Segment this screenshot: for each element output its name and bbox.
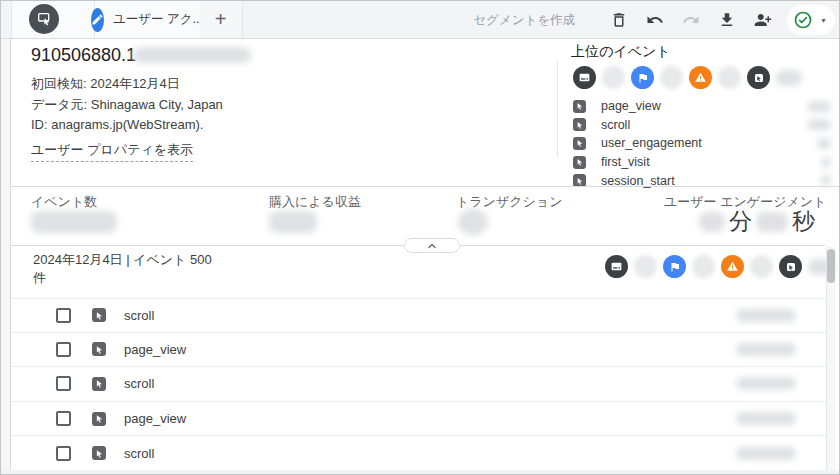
redacted-events-count — [31, 211, 117, 233]
collapsed-panel-strip — [1, 39, 11, 474]
top-events-title: 上位のイベント — [571, 43, 671, 61]
stream-id-text: ID: anagrams.jp(WebStream). — [31, 117, 203, 132]
check-circle-icon — [793, 10, 813, 30]
user-activity-window: ユーザー アク... ▼ + セグメントを作成 — [0, 0, 840, 475]
redacted-count — [807, 101, 831, 112]
event-icon — [92, 446, 106, 460]
exploration-panel-toggle[interactable] — [11, 1, 95, 38]
event-category-filters — [573, 66, 802, 89]
tab-label: ユーザー アク... — [113, 11, 203, 28]
redo-icon[interactable] — [682, 11, 700, 29]
row-checkbox[interactable] — [56, 308, 71, 323]
list-item[interactable]: scroll — [573, 116, 831, 135]
table-filter-row — [605, 255, 840, 278]
table-row[interactable]: page_view — [11, 402, 826, 437]
plus-icon: + — [215, 8, 227, 31]
data-source-text: データ元: Shinagawa City, Japan — [31, 96, 223, 114]
delete-icon[interactable] — [610, 11, 628, 29]
redacted-count — [807, 119, 831, 130]
redacted-user-id — [133, 47, 251, 63]
redacted-timestamp — [736, 309, 796, 322]
first-seen-text: 初回検知: 2024年12月4日 — [31, 75, 180, 93]
redacted-timestamp — [736, 412, 796, 425]
filter-disabled-icon[interactable] — [692, 255, 715, 278]
event-icon — [573, 100, 586, 113]
redacted-transactions — [458, 209, 488, 235]
apply-changes-button[interactable]: ▼ — [787, 5, 835, 35]
filter-interaction-icon[interactable] — [747, 66, 770, 89]
redacted-timestamp — [736, 343, 796, 356]
event-icon — [92, 377, 106, 391]
table-row[interactable]: scroll — [11, 298, 826, 333]
monitor-cursor-icon — [36, 11, 52, 27]
event-icon — [92, 308, 106, 322]
edit-icon — [91, 8, 104, 32]
redacted-timestamp — [736, 377, 796, 390]
table-header-count-unit: 件 — [33, 269, 46, 287]
purchase-revenue-label: 購入による収益 — [269, 193, 361, 211]
filter-ad-icon[interactable] — [605, 255, 628, 278]
filter-ad-icon[interactable] — [573, 66, 596, 89]
filter-key-event-icon[interactable] — [631, 66, 654, 89]
redacted-count — [821, 157, 831, 168]
redacted-minutes — [699, 212, 725, 232]
table-header-date: 2024年12月4日 | イベント 500 — [33, 251, 212, 269]
filter-error-icon[interactable] — [721, 255, 744, 278]
event-icon — [92, 342, 106, 356]
new-tab-button[interactable]: + — [199, 1, 243, 38]
row-checkbox[interactable] — [56, 411, 71, 426]
bottom-edge — [1, 470, 839, 474]
table-row[interactable]: page_view — [11, 333, 826, 368]
download-icon[interactable] — [718, 11, 736, 29]
row-checkbox[interactable] — [56, 376, 71, 391]
tab-user-activity[interactable]: ユーザー アク... ▼ — [95, 1, 199, 38]
table-row[interactable]: scroll — [11, 436, 826, 471]
list-item[interactable]: user_engagement — [573, 134, 831, 153]
list-item[interactable]: session_start — [573, 171, 831, 190]
row-checkbox[interactable] — [56, 446, 71, 461]
apply-dropdown-icon[interactable]: ▼ — [820, 17, 827, 24]
redacted-revenue — [269, 211, 317, 233]
filter-disabled-icon[interactable] — [750, 255, 773, 278]
row-checkbox[interactable] — [56, 342, 71, 357]
events-count-label: イベント数 — [31, 193, 97, 211]
event-icon — [573, 156, 586, 169]
event-table: scroll page_view scroll page_view scroll — [11, 298, 826, 471]
share-users-icon[interactable] — [754, 11, 772, 29]
toolbar: セグメントを作成 ▼ — [473, 1, 839, 39]
create-segment-label: セグメントを作成 — [473, 12, 575, 29]
top-events-list: page_view scroll user_engagement first_v… — [573, 97, 831, 190]
table-row[interactable]: scroll — [11, 367, 826, 402]
filter-disabled-icon[interactable] — [602, 66, 625, 89]
filter-disabled-icon[interactable] — [660, 66, 683, 89]
event-icon — [573, 137, 586, 150]
redacted-count — [817, 138, 831, 149]
chevron-up-icon — [426, 240, 438, 252]
show-user-properties-link[interactable]: ユーザー プロパティを表示 — [31, 141, 193, 162]
event-icon — [92, 412, 106, 426]
engagement-value: 分 秒 — [699, 206, 819, 237]
event-icon — [573, 118, 586, 131]
redacted-seconds — [756, 212, 788, 232]
filter-error-icon[interactable] — [689, 66, 712, 89]
scrollbar-thumb[interactable] — [827, 249, 835, 283]
seconds-unit: 秒 — [792, 206, 815, 237]
redacted-filter — [776, 70, 802, 86]
undo-icon[interactable] — [646, 11, 664, 29]
filter-disabled-icon[interactable] — [718, 66, 741, 89]
filter-disabled-icon[interactable] — [634, 255, 657, 278]
collapse-summary-button[interactable] — [404, 238, 460, 253]
filter-key-event-icon[interactable] — [663, 255, 686, 278]
redacted-timestamp — [736, 447, 796, 460]
device-tab-icon[interactable] — [29, 4, 59, 34]
minutes-unit: 分 — [729, 206, 752, 237]
column-divider — [557, 61, 558, 157]
list-item[interactable]: page_view — [573, 97, 831, 116]
filter-interaction-icon[interactable] — [779, 255, 802, 278]
tab-bar: ユーザー アク... ▼ + セグメントを作成 — [1, 1, 839, 39]
user-id-title: 910506880.1 — [31, 45, 136, 66]
divider — [11, 186, 839, 187]
redacted-count — [821, 175, 831, 186]
list-item[interactable]: first_visit — [573, 153, 831, 172]
